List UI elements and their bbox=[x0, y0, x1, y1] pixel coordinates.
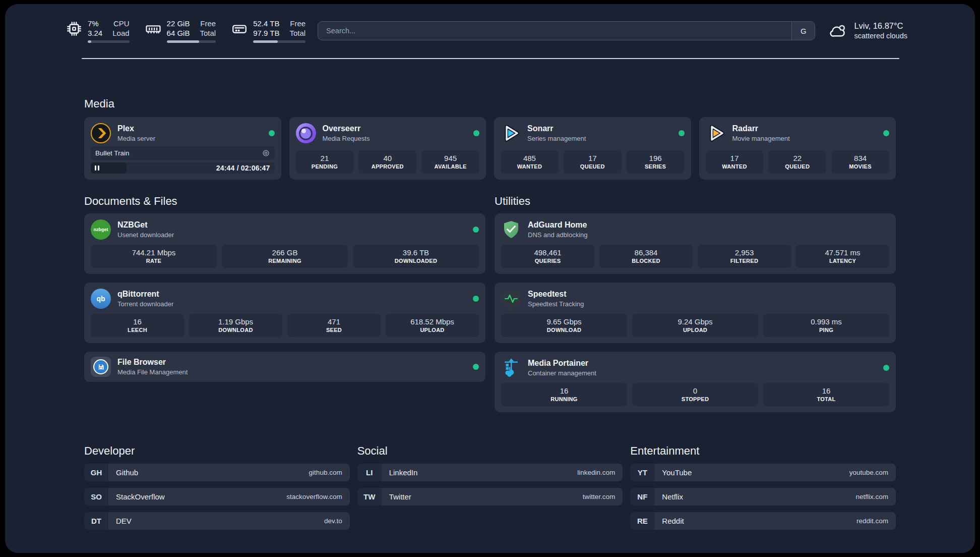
bookmark-url: github.com bbox=[309, 469, 342, 476]
weather-condition: scattered clouds bbox=[854, 31, 907, 41]
stat-value: 21 bbox=[321, 154, 329, 163]
plex-icon bbox=[91, 123, 111, 143]
section-title-developer: Developer bbox=[84, 444, 350, 458]
stat-value: 0 bbox=[693, 386, 697, 396]
stat-box: 485 WANTED bbox=[501, 150, 559, 174]
card-title: Media Portainer bbox=[528, 358, 596, 368]
bookmark-name: Reddit bbox=[662, 517, 684, 525]
card-title: Overseerr bbox=[323, 124, 370, 134]
stat-box: 834 MOVIES bbox=[831, 150, 889, 174]
card-subtitle: Movie management bbox=[732, 134, 790, 143]
stat-box: 17 QUEUED bbox=[564, 150, 622, 174]
bookmark-twitter[interactable]: TW Twitter twitter.com bbox=[357, 488, 623, 506]
card-subtitle: Speedtest Tracking bbox=[528, 300, 584, 308]
search-engine-button[interactable]: G bbox=[791, 22, 815, 40]
portainer-card[interactable]: Media Portainer Container management 16 … bbox=[495, 352, 896, 412]
bookmark-reddit[interactable]: RE Reddit reddit.com bbox=[630, 512, 896, 530]
status-online-dot bbox=[473, 227, 479, 233]
metric-value: 22 GiB bbox=[167, 19, 190, 28]
stat-value: 0.993 ms bbox=[811, 317, 842, 326]
bookmark-stackoverflow[interactable]: SO StackOverflow stackoverflow.com bbox=[84, 488, 350, 506]
bookmark-name: Github bbox=[116, 468, 138, 477]
stat-label: BLOCKED bbox=[632, 257, 660, 265]
dashboard-panel: 7% CPU 3.24 Load 22 bbox=[5, 4, 975, 553]
stat-label: UPLOAD bbox=[420, 326, 444, 334]
card-subtitle: Media server bbox=[117, 134, 155, 143]
cpu-metric: 7% CPU 3.24 Load bbox=[66, 19, 130, 43]
bookmark-abbr: LI bbox=[357, 464, 382, 481]
stat-box: 266 GB REMAINING bbox=[222, 245, 348, 268]
search-input[interactable] bbox=[318, 22, 791, 40]
metric-value: 7% bbox=[88, 19, 102, 28]
stat-value: 47.571 ms bbox=[825, 248, 860, 257]
stat-value: 196 bbox=[649, 154, 662, 163]
header-divider bbox=[82, 58, 899, 59]
card-subtitle: Torrent downloader bbox=[117, 300, 173, 308]
bookmark-column-social: Social LI LinkedIn linkedin.com TW Twitt… bbox=[357, 444, 623, 530]
card-title: Sonarr bbox=[527, 124, 586, 134]
memory-metric: 22 GiB Free 64 GiB Total bbox=[145, 19, 216, 43]
metric-label: Free bbox=[289, 19, 305, 28]
stat-value: 485 bbox=[523, 154, 536, 163]
filebrowser-card[interactable]: File Browser Media File Management bbox=[84, 352, 485, 382]
nzbget-card[interactable]: nzbget NZBGet Usenet downloader 744.21 M… bbox=[84, 213, 485, 274]
card-title: Speedtest bbox=[528, 289, 584, 299]
now-playing-title: Bullet Train bbox=[95, 149, 130, 157]
overseerr-card[interactable]: Overseerr Media Requests 21 PENDING 40 A… bbox=[289, 117, 486, 180]
metric-value: 3.24 bbox=[88, 29, 102, 38]
stat-label: STOPPED bbox=[682, 396, 709, 403]
qbittorrent-card[interactable]: qb qBittorrent Torrent downloader 16 LEE… bbox=[84, 283, 485, 343]
stat-box: 47.571 ms LATENCY bbox=[796, 245, 889, 268]
metric-label: Load bbox=[112, 29, 129, 38]
pause-icon[interactable] bbox=[95, 165, 99, 171]
speedtest-card[interactable]: Speedtest Speedtest Tracking 9.65 Gbps D… bbox=[495, 283, 896, 343]
stat-value: 2,953 bbox=[735, 248, 754, 257]
stat-value: 9.65 Gbps bbox=[546, 317, 581, 326]
bookmark-netflix[interactable]: NF Netflix netflix.com bbox=[630, 488, 896, 506]
card-title: NZBGet bbox=[117, 220, 174, 230]
stat-label: APPROVED bbox=[372, 163, 404, 171]
stat-box: 618.52 Mbps UPLOAD bbox=[386, 314, 479, 337]
status-online-dot bbox=[883, 365, 889, 371]
now-playing-row: Bullet Train bbox=[91, 146, 275, 160]
stat-label: DOWNLOAD bbox=[547, 326, 581, 334]
stat-box: 196 SERIES bbox=[627, 150, 685, 174]
bookmark-github[interactable]: GH Github github.com bbox=[84, 464, 350, 481]
sonarr-card[interactable]: Sonarr Series management 485 WANTED 17 Q… bbox=[494, 117, 691, 180]
stat-box: 16 RUNNING bbox=[501, 383, 627, 406]
stat-label: WANTED bbox=[517, 163, 542, 171]
radarr-card[interactable]: Radarr Movie management 17 WANTED 22 QUE… bbox=[699, 117, 896, 180]
disk-icon bbox=[231, 20, 248, 37]
stat-value: 22 bbox=[793, 154, 802, 163]
gear-icon[interactable] bbox=[262, 149, 270, 157]
adguard-card[interactable]: AdGuard Home DNS and adblocking 498,461 … bbox=[495, 213, 896, 274]
bookmark-abbr: GH bbox=[84, 464, 108, 481]
stat-box: 86,384 BLOCKED bbox=[599, 245, 693, 268]
metric-value: 64 GiB bbox=[167, 29, 190, 38]
bookmark-dev[interactable]: DT DEV dev.to bbox=[84, 512, 350, 530]
portainer-icon bbox=[501, 358, 521, 378]
stat-value: 744.21 Mbps bbox=[132, 248, 176, 257]
card-title: File Browser bbox=[117, 357, 188, 367]
bookmark-linkedin[interactable]: LI LinkedIn linkedin.com bbox=[357, 464, 623, 481]
plex-card[interactable]: Plex Media server Bullet Train bbox=[84, 117, 281, 180]
bookmark-url: dev.to bbox=[324, 517, 342, 525]
stat-value: 471 bbox=[328, 317, 340, 326]
search-bar: G bbox=[318, 21, 815, 40]
card-subtitle: Series management bbox=[527, 134, 586, 143]
bookmark-youtube[interactable]: YT YouTube youtube.com bbox=[630, 464, 896, 481]
stat-value: 9.24 Gbps bbox=[678, 317, 712, 326]
card-subtitle: Usenet downloader bbox=[117, 231, 174, 239]
bookmark-url: twitter.com bbox=[583, 493, 616, 500]
bookmark-abbr: RE bbox=[630, 512, 654, 530]
status-online-dot bbox=[473, 296, 479, 302]
weather-widget: Lviv, 16.87°C scattered clouds bbox=[828, 21, 907, 41]
bookmark-abbr: YT bbox=[630, 464, 654, 481]
cloud-icon bbox=[828, 21, 847, 40]
stat-box: 2,953 FILTERED bbox=[698, 245, 791, 268]
stat-value: 40 bbox=[383, 154, 392, 163]
bookmark-name: LinkedIn bbox=[389, 468, 418, 477]
stat-value: 17 bbox=[730, 154, 739, 163]
bookmark-url: netflix.com bbox=[855, 493, 888, 500]
metric-value: 52.4 TB bbox=[253, 19, 279, 28]
